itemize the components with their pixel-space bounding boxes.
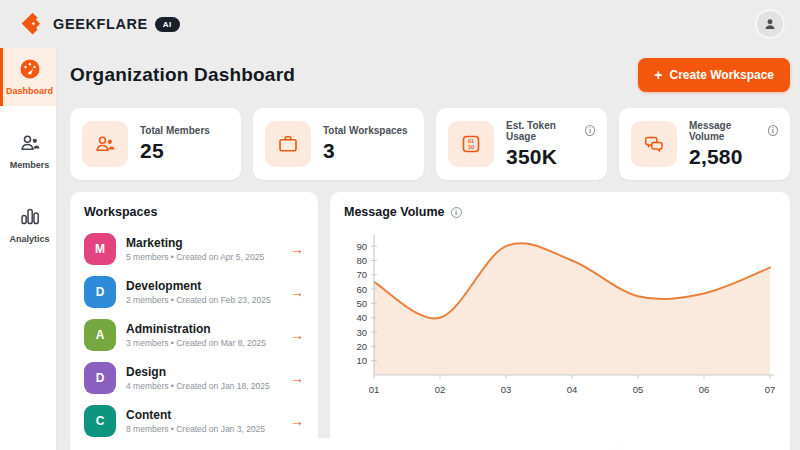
- workspace-meta: 2 members • Created on Feb 23, 2025: [126, 295, 271, 305]
- workspace-name: Marketing: [126, 236, 264, 250]
- workspace-name: Design: [126, 365, 270, 379]
- arrow-right-icon[interactable]: →: [290, 413, 304, 429]
- workspace-meta: 4 members • Created on Jan 18, 2025: [126, 381, 270, 391]
- svg-text:60: 60: [356, 284, 367, 295]
- svg-text:05: 05: [633, 384, 644, 395]
- workspace-row-development[interactable]: D Development 2 members • Created on Feb…: [84, 271, 304, 314]
- workspace-meta: 8 members • Created on Jan 3, 2025: [126, 424, 265, 434]
- workspace-name: Development: [126, 279, 271, 293]
- stat-icon-box: [82, 121, 128, 167]
- workspace-row-content[interactable]: C Content 8 members • Created on Jan 3, …: [84, 400, 304, 443]
- workspace-row-design[interactable]: D Design 4 members • Created on Jan 18, …: [84, 357, 304, 400]
- dashboard-gauge-icon: [18, 57, 42, 81]
- members-people-icon: [18, 131, 42, 155]
- sidebar-item-dashboard[interactable]: Dashboard: [0, 48, 56, 106]
- bottom-left-card: [70, 438, 610, 450]
- top-bar: GEEKFLARE AI: [0, 0, 800, 48]
- page-header: Organization Dashboard + Create Workspac…: [70, 48, 790, 102]
- svg-text:50: 50: [356, 298, 367, 309]
- geekflare-flare-icon: [20, 11, 46, 37]
- brand-name: GEEKFLARE: [53, 16, 148, 32]
- brand-logo: GEEKFLARE AI: [20, 11, 180, 37]
- workspaces-list: M Marketing 5 members • Created on Apr 5…: [84, 228, 304, 443]
- stat-value: 3: [323, 139, 408, 163]
- svg-text:04: 04: [567, 384, 578, 395]
- workspace-avatar: A: [84, 319, 116, 351]
- svg-text:01: 01: [369, 384, 380, 395]
- svg-text:01: 01: [468, 138, 474, 144]
- workspaces-title: Workspaces: [84, 205, 304, 219]
- svg-text:20: 20: [356, 341, 367, 352]
- info-icon[interactable]: i: [585, 125, 595, 136]
- stats-row: Total Members 25 Total Workspaces 3 01: [70, 108, 790, 180]
- arrow-right-icon[interactable]: →: [290, 370, 304, 386]
- svg-text:30: 30: [356, 327, 367, 338]
- svg-text:03: 03: [501, 384, 512, 395]
- sidebar-label-members: Members: [10, 160, 50, 170]
- workspace-name: Content: [126, 408, 265, 422]
- stat-value: 350K: [506, 145, 595, 169]
- chart-title: Message Volume: [344, 205, 445, 219]
- workspaces-card: Workspaces M Marketing 5 members • Creat…: [70, 192, 318, 450]
- info-icon[interactable]: i: [768, 125, 778, 136]
- stat-card-token-usage: 01 10 Est. Token Usage i 350K: [436, 108, 607, 180]
- plus-icon: +: [654, 70, 662, 80]
- workspace-row-marketing[interactable]: M Marketing 5 members • Created on Apr 5…: [84, 228, 304, 271]
- info-icon[interactable]: i: [451, 207, 462, 218]
- workspace-meta: 3 members • Created on Mar 8, 2025: [126, 338, 266, 348]
- sidebar-item-members[interactable]: Members: [0, 122, 56, 180]
- user-avatar[interactable]: [755, 9, 785, 39]
- arrow-right-icon[interactable]: →: [290, 241, 304, 257]
- binary-token-icon: 01 10: [459, 132, 483, 156]
- svg-text:40: 40: [356, 312, 367, 323]
- workspace-avatar: M: [84, 233, 116, 265]
- workspace-avatar: D: [84, 276, 116, 308]
- stat-label: Total Workspaces: [323, 125, 408, 136]
- sidebar-label-analytics: Analytics: [9, 234, 49, 244]
- svg-text:02: 02: [435, 384, 446, 395]
- analytics-bars-icon: [18, 205, 42, 229]
- people-icon: [93, 132, 117, 156]
- svg-text:90: 90: [356, 241, 367, 252]
- sidebar: Dashboard Members Analytics: [0, 48, 57, 450]
- arrow-right-icon[interactable]: →: [290, 327, 304, 343]
- workspace-avatar: C: [84, 405, 116, 437]
- stat-card-total-members: Total Members 25: [70, 108, 241, 180]
- ai-badge: AI: [155, 17, 180, 32]
- stat-icon-box: [265, 121, 311, 167]
- stat-card-total-workspaces: Total Workspaces 3: [253, 108, 424, 180]
- svg-text:07: 07: [765, 384, 776, 395]
- stat-card-message-volume: Message Volume i 2,580: [619, 108, 790, 180]
- create-workspace-label: Create Workspace: [670, 68, 775, 82]
- svg-text:10: 10: [468, 144, 474, 150]
- message-volume-chart-card: Message Volume i 10203040506070809001020…: [330, 192, 790, 450]
- chat-bubbles-icon: [642, 132, 666, 156]
- middle-row: Workspaces M Marketing 5 members • Creat…: [70, 192, 790, 432]
- stat-value: 25: [140, 139, 210, 163]
- page-title: Organization Dashboard: [70, 64, 295, 86]
- briefcase-icon: [276, 132, 300, 156]
- create-workspace-button[interactable]: + Create Workspace: [638, 58, 790, 92]
- area-chart: 10203040506070809001020304050607: [344, 229, 776, 405]
- bottom-row: [70, 438, 790, 450]
- svg-text:70: 70: [356, 269, 367, 280]
- bottom-right-card: [622, 438, 790, 450]
- stat-label: Message Volume: [689, 120, 763, 142]
- main-content: Organization Dashboard + Create Workspac…: [57, 48, 800, 450]
- workspace-avatar: D: [84, 362, 116, 394]
- person-icon: [761, 15, 779, 33]
- workspace-name: Administration: [126, 322, 266, 336]
- sidebar-label-dashboard: Dashboard: [6, 86, 53, 96]
- svg-text:06: 06: [699, 384, 710, 395]
- svg-text:10: 10: [356, 355, 367, 366]
- stat-icon-box: 01 10: [448, 121, 494, 167]
- stat-label: Total Members: [140, 125, 210, 136]
- stat-icon-box: [631, 121, 677, 167]
- stat-value: 2,580: [689, 145, 778, 169]
- stat-label: Est. Token Usage: [506, 120, 580, 142]
- workspace-meta: 5 members • Created on Apr 5, 2025: [126, 252, 264, 262]
- svg-text:80: 80: [356, 255, 367, 266]
- sidebar-item-analytics[interactable]: Analytics: [0, 196, 56, 254]
- workspace-row-administration[interactable]: A Administration 3 members • Created on …: [84, 314, 304, 357]
- arrow-right-icon[interactable]: →: [290, 284, 304, 300]
